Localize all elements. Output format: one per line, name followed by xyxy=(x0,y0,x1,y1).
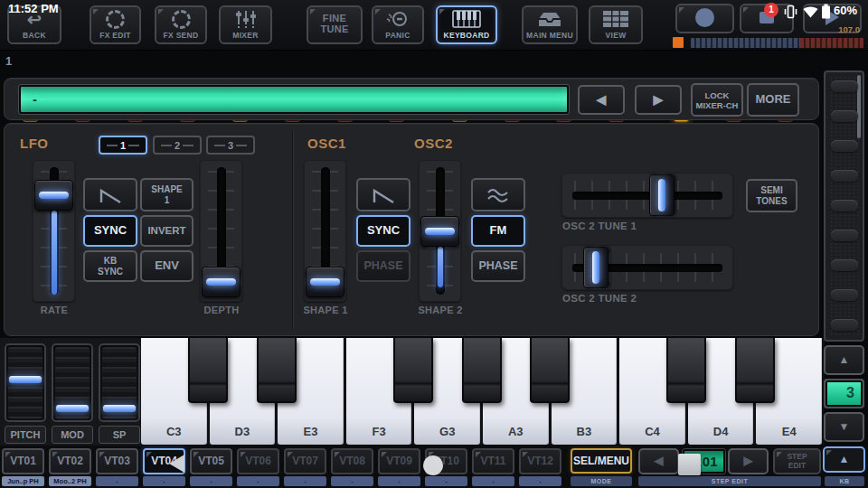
vt-button-vt09[interactable]: VT09 xyxy=(378,448,420,474)
sel-menu-button[interactable]: SEL/MENU xyxy=(571,448,632,474)
step-edit-label-line2: EDIT xyxy=(788,462,806,471)
lfo-sync-label: SYNC xyxy=(94,224,127,238)
lfo-sync-button[interactable]: SYNC xyxy=(83,215,137,247)
vt-button-vt05[interactable]: VT05 xyxy=(190,448,232,474)
lfo-tab-2[interactable]: 2 xyxy=(153,136,202,155)
osc2-phase-button[interactable]: PHASE xyxy=(471,250,525,282)
osc2-shape-slider[interactable] xyxy=(419,160,461,302)
fx-edit-button[interactable]: FX EDIT xyxy=(90,5,141,44)
main-menu-button[interactable]: MAIN MENU xyxy=(522,5,578,44)
vt-button-vt01[interactable]: VT01 xyxy=(2,448,44,474)
osc2-tune2-slider[interactable] xyxy=(561,245,733,290)
semi-tones-button[interactable]: SEMI TONES xyxy=(746,179,797,212)
step-prev-button[interactable]: ◀ xyxy=(638,448,679,474)
record-button[interactable] xyxy=(675,4,734,33)
piano-key-label: D4 xyxy=(688,425,754,438)
lfo-wave-shape-button[interactable] xyxy=(83,178,137,211)
fine-tune-button[interactable]: FINE TUNE xyxy=(307,5,363,44)
sp-wheel-label: SP xyxy=(99,426,140,444)
more-button[interactable]: MORE xyxy=(747,83,799,117)
octave-up-button[interactable]: ▲ xyxy=(824,345,864,375)
panic-button[interactable]: PANIC xyxy=(372,5,424,44)
octave-down-button[interactable]: ▼ xyxy=(824,412,864,442)
piano-black-key[interactable] xyxy=(735,338,775,403)
display-bar-panel: - ◀ ▶ LOCK MIXER-CH MORE xyxy=(4,78,819,120)
osc2-tune1-handle[interactable] xyxy=(649,174,675,216)
lfo-rate-handle[interactable] xyxy=(34,180,73,211)
osc2-wave-shape-button[interactable] xyxy=(471,178,525,211)
mod-wheel[interactable] xyxy=(52,343,93,422)
piano-black-key[interactable] xyxy=(462,338,502,403)
nav-prev-button[interactable]: ◀ xyxy=(578,85,625,115)
kb-toggle-button[interactable]: ▲ xyxy=(823,446,865,473)
lfo-rate-slider[interactable] xyxy=(33,160,75,302)
vt-button-vt07[interactable]: VT07 xyxy=(284,448,326,474)
vt-button-vt06[interactable]: VT06 xyxy=(237,448,279,474)
lfo-tab-1-label: 1 xyxy=(120,140,126,151)
lfo-shape-1-button[interactable]: SHAPE 1 xyxy=(140,178,193,211)
fx-edit-spinner-icon xyxy=(91,7,139,31)
vt-button-vt03[interactable]: VT03 xyxy=(96,448,138,474)
vt-button-vt11[interactable]: VT11 xyxy=(472,448,514,474)
piano-black-key[interactable] xyxy=(188,338,228,403)
lfo-invert-button[interactable]: INVERT xyxy=(140,215,193,247)
fx-send-button[interactable]: FX SEND xyxy=(155,5,207,44)
vt-sub-label-9: - xyxy=(378,476,420,486)
shape-label-line1: SHAPE xyxy=(151,184,182,195)
osc1-wave-shape-button[interactable] xyxy=(356,178,410,211)
scroll-strip[interactable] xyxy=(824,70,864,342)
view-button[interactable]: VIEW xyxy=(589,5,643,44)
vt-button-vt02[interactable]: VT02 xyxy=(49,448,91,474)
lfo-depth-slider[interactable] xyxy=(200,160,242,302)
keyboard-label: KEYBOARD xyxy=(443,31,489,40)
lock-mixer-ch-button[interactable]: LOCK MIXER-CH xyxy=(691,83,743,117)
osc1-title: OSC1 xyxy=(307,136,346,151)
osc1-shape-handle[interactable] xyxy=(306,267,344,297)
piano-black-key[interactable] xyxy=(393,338,433,403)
step-next-button[interactable]: ▶ xyxy=(728,448,769,474)
vt-button-vt12[interactable]: VT12 xyxy=(519,448,561,474)
section-divider xyxy=(292,131,294,330)
lfo-depth-handle[interactable] xyxy=(202,267,241,297)
osc2-shape-label: SHAPE 2 xyxy=(412,305,468,315)
osc1-sync-button[interactable]: SYNC xyxy=(356,215,410,247)
osc2-tune2-label: OSC 2 TUNE 2 xyxy=(562,293,662,304)
scroll-strip-notch xyxy=(831,259,858,271)
top-toolbar: 11:52 PM ↩ BACK FX EDIT FX SEND MIXER FI… xyxy=(0,0,868,51)
nav-next-button[interactable]: ▶ xyxy=(635,85,682,115)
lfo-rate-label: RATE xyxy=(27,305,81,315)
scroll-strip-notch xyxy=(831,140,858,152)
osc1-phase-button[interactable]: PHASE xyxy=(356,250,410,282)
fine-tune-label-line1: FINE xyxy=(323,13,346,23)
piano-black-key[interactable] xyxy=(257,338,297,403)
pitch-wheel-label: PITCH xyxy=(5,426,46,444)
sp-wheel[interactable] xyxy=(99,343,140,422)
piano-key-label: C4 xyxy=(619,425,685,438)
fx-send-label: FX SEND xyxy=(164,31,199,40)
pitch-wheel[interactable] xyxy=(5,343,46,422)
mod-wheel-indicator xyxy=(56,405,89,412)
piano-black-key[interactable] xyxy=(530,338,570,403)
sawtooth-wave-icon xyxy=(369,185,398,205)
lfo-tab-3[interactable]: 3 xyxy=(206,136,255,155)
lfo-tab-1[interactable]: 1 xyxy=(99,136,147,155)
step-edit-button[interactable]: STEP EDIT xyxy=(773,448,821,474)
scroll-strip-notch xyxy=(831,289,858,301)
osc2-tune1-slider[interactable] xyxy=(561,173,733,218)
step-drag-handle[interactable] xyxy=(678,454,701,475)
lfo-depth-label: DEPTH xyxy=(194,305,249,315)
osc2-shape-handle[interactable] xyxy=(420,216,459,247)
osc2-tune2-handle[interactable] xyxy=(583,247,609,288)
panic-icon xyxy=(373,7,422,31)
scroll-indicator[interactable] xyxy=(857,75,861,138)
osc1-shape-slider[interactable] xyxy=(304,160,346,302)
semi-tones-label-line2: TONES xyxy=(756,196,787,207)
lfo-env-button[interactable]: ENV xyxy=(140,250,193,282)
keyboard-button[interactable]: KEYBOARD xyxy=(436,5,497,44)
vt-button-vt08[interactable]: VT08 xyxy=(331,448,373,474)
piano-key-label: E4 xyxy=(756,425,822,438)
osc2-fm-button[interactable]: FM xyxy=(471,215,525,247)
piano-black-key[interactable] xyxy=(666,338,706,403)
lfo-kb-sync-button[interactable]: KB SYNC xyxy=(83,250,137,282)
mixer-button[interactable]: MIXER xyxy=(219,5,272,44)
